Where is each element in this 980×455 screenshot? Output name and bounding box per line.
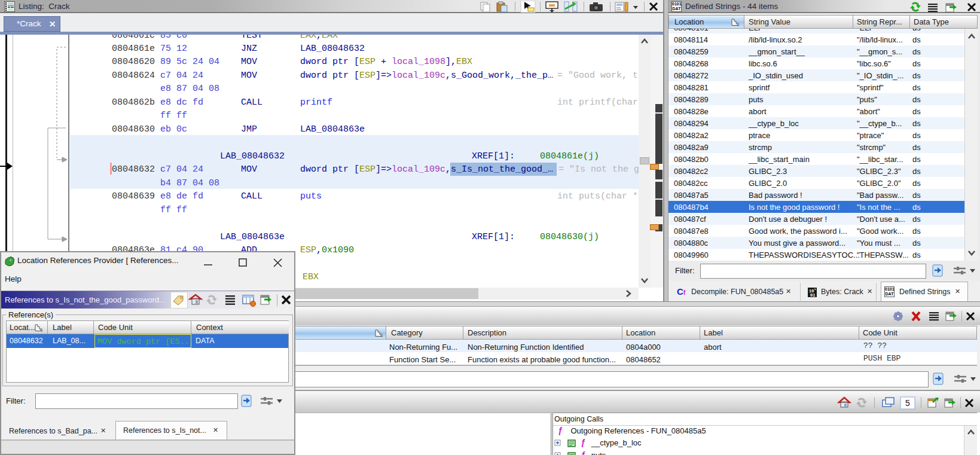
svg-text:5: 5 [905,398,910,408]
svg-text:01: 01 [810,293,815,298]
